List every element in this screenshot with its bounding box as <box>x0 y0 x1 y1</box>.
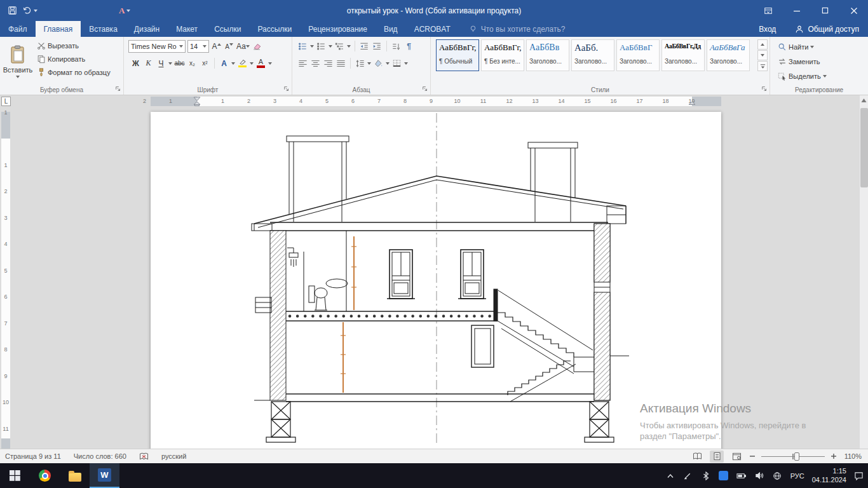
tell-me-box[interactable]: Что вы хотите сделать? <box>469 21 566 37</box>
highlight-button[interactable] <box>237 57 248 69</box>
select-button[interactable]: Выделить <box>776 71 828 81</box>
align-center-button[interactable] <box>310 57 321 69</box>
ribbon-tab[interactable]: Рецензирование <box>300 21 376 37</box>
replace-button[interactable]: Заменить <box>776 57 828 67</box>
numbering-button[interactable] <box>316 40 327 52</box>
format-painter-button[interactable]: Формат по образцу <box>36 67 112 78</box>
paste-dropdown-icon[interactable] <box>16 76 20 78</box>
clear-formatting-button[interactable] <box>252 41 262 53</box>
start-button[interactable] <box>0 463 30 488</box>
minimize-button[interactable] <box>782 0 811 21</box>
ribbon-display-options-button[interactable] <box>754 0 782 21</box>
sign-in-button[interactable]: Вход <box>749 21 786 37</box>
read-mode-button[interactable] <box>690 451 704 463</box>
ribbon-tab[interactable]: Вставка <box>81 21 126 37</box>
shading-button[interactable] <box>373 57 384 69</box>
cut-button[interactable]: Вырезать <box>36 41 112 51</box>
styles-scroll-down-button[interactable] <box>757 50 768 60</box>
pen-tray-button[interactable] <box>682 470 694 482</box>
multilevel-list-button[interactable] <box>334 40 345 52</box>
font-family-combo[interactable]: Times New Ro <box>128 40 186 53</box>
bluetooth-tray-button[interactable] <box>700 470 712 482</box>
ribbon-tab[interactable]: Рассылки <box>249 21 300 37</box>
find-dropdown-icon[interactable] <box>810 46 814 48</box>
proofing-icon[interactable] <box>139 452 149 461</box>
taskbar-app-file-explorer[interactable] <box>60 463 90 488</box>
shrink-font-button[interactable]: А <box>224 41 234 53</box>
share-button[interactable]: Общий доступ <box>786 21 868 37</box>
show-marks-button[interactable]: ¶ <box>403 40 414 52</box>
close-button[interactable] <box>839 0 868 21</box>
paste-button[interactable]: Вставить <box>3 39 33 85</box>
style-cell[interactable]: АаБбВвГг, ¶ Обычный <box>436 39 479 71</box>
highlight-dropdown-icon[interactable] <box>250 62 254 65</box>
style-cell[interactable]: АаБбВвГг,Дд Заголово... <box>661 39 705 71</box>
find-button[interactable]: Найти <box>776 42 828 52</box>
scrollbar-thumb[interactable] <box>860 108 868 187</box>
language-switcher[interactable]: РУС <box>789 472 806 480</box>
zoom-level[interactable]: 110% <box>843 452 862 460</box>
ribbon-tab[interactable]: Главная <box>36 21 81 37</box>
underline-button[interactable]: Ч <box>156 57 166 69</box>
print-layout-button[interactable] <box>710 451 724 463</box>
select-dropdown-icon[interactable] <box>823 75 827 78</box>
ribbon-tab[interactable]: Макет <box>168 21 206 37</box>
taskbar-app-chrome[interactable] <box>30 463 60 488</box>
taskbar-clock[interactable]: 1:15 04.11.2024 <box>812 467 846 484</box>
text-effects-dropdown-icon[interactable] <box>231 62 235 65</box>
web-layout-button[interactable] <box>729 451 743 463</box>
word-count[interactable]: Число слов: 660 <box>74 452 126 460</box>
ribbon-tab[interactable]: Дизайн <box>126 21 168 37</box>
decrease-indent-button[interactable] <box>359 40 370 52</box>
zoom-slider-thumb[interactable] <box>794 452 799 461</box>
justify-button[interactable] <box>336 57 346 69</box>
style-cell[interactable]: АаБбВвГа Заголово... <box>707 39 750 71</box>
sort-button[interactable] <box>391 40 402 52</box>
styles-more-button[interactable] <box>757 61 768 71</box>
action-center-button[interactable] <box>853 470 864 482</box>
ribbon-tab[interactable]: Вид <box>376 21 406 37</box>
italic-button[interactable]: К <box>143 57 154 69</box>
line-spacing-button[interactable] <box>355 57 365 69</box>
document-page[interactable]: Активация Windows Чтобы активировать Win… <box>151 112 721 449</box>
volume-tray-button[interactable] <box>754 470 765 482</box>
grow-font-button[interactable]: А <box>211 41 222 53</box>
ribbon-tab[interactable]: Файл <box>0 21 36 37</box>
network-tray-button[interactable] <box>771 470 783 482</box>
font-size-combo[interactable]: 14 <box>187 40 209 53</box>
zoom-out-button[interactable] <box>749 453 756 459</box>
taskbar-app-word[interactable]: W <box>90 463 119 488</box>
ribbon-tab[interactable]: Ссылки <box>206 21 249 37</box>
strikethrough-button[interactable]: abc <box>174 57 185 69</box>
align-right-button[interactable] <box>323 57 334 69</box>
font-dialog-launcher[interactable] <box>283 86 290 92</box>
messenger-tray-button[interactable] <box>718 470 729 482</box>
style-cell[interactable]: АаБбВв Заголово... <box>526 39 569 71</box>
superscript-button[interactable]: x² <box>200 57 210 69</box>
align-left-button[interactable] <box>297 57 308 69</box>
increase-indent-button[interactable] <box>372 40 383 52</box>
style-cell[interactable]: АаБб. Заголово... <box>571 39 614 71</box>
styles-dialog-launcher[interactable] <box>761 86 768 92</box>
zoom-slider[interactable] <box>761 452 825 461</box>
copy-button[interactable]: Копировать <box>36 54 112 64</box>
zoom-in-button[interactable] <box>831 453 837 459</box>
borders-button[interactable] <box>391 57 402 69</box>
subscript-button[interactable]: x₂ <box>187 57 198 69</box>
style-cell[interactable]: АаБбВвГг, ¶ Без инте... <box>481 39 524 71</box>
font-color-dropdown-icon[interactable] <box>268 62 272 65</box>
scroll-up-icon[interactable] <box>861 98 867 103</box>
qat-customize-icon[interactable] <box>126 10 130 12</box>
font-color-button[interactable]: А <box>255 57 266 69</box>
save-button[interactable] <box>8 6 17 15</box>
change-case-button[interactable]: Аа <box>236 41 250 53</box>
hidden-icons-button[interactable] <box>665 470 676 482</box>
maximize-button[interactable] <box>811 0 839 21</box>
addin-button[interactable]: А <box>119 6 130 16</box>
undo-dropdown-icon[interactable] <box>34 10 37 12</box>
page-indicator[interactable]: Страница 9 из 11 <box>5 452 61 460</box>
paragraph-dialog-launcher[interactable] <box>422 86 428 92</box>
bold-button[interactable]: Ж <box>130 57 141 69</box>
indent-markers[interactable] <box>193 97 201 106</box>
vertical-scrollbar[interactable] <box>859 95 868 449</box>
